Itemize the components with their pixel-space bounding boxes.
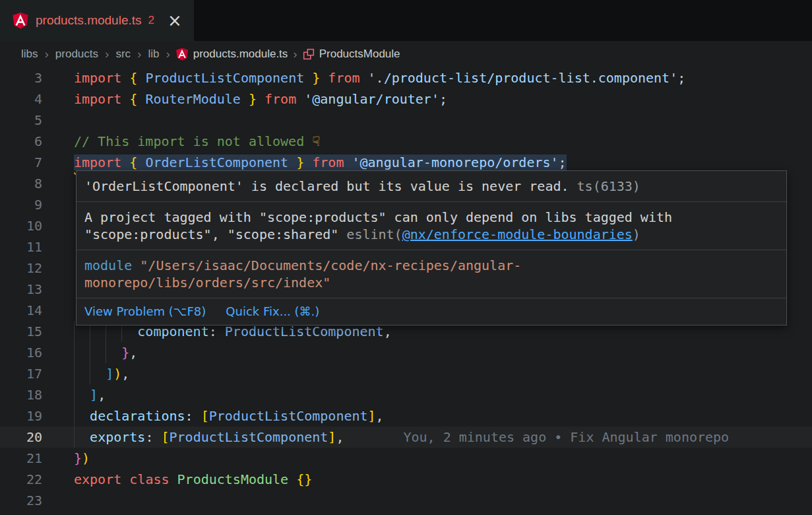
- code-line-16[interactable]: 16 },: [0, 342, 812, 363]
- close-icon[interactable]: ×: [168, 12, 182, 29]
- quick-fix-action[interactable]: Quick Fix... (⌘.): [226, 303, 319, 320]
- line-number[interactable]: 21: [0, 448, 42, 469]
- code-line-5[interactable]: 5: [0, 110, 812, 131]
- code-token: ☟: [312, 133, 320, 149]
- code-text: }): [42, 448, 812, 469]
- code-line-19[interactable]: 19 declarations: [ProductListComponent],: [0, 405, 812, 427]
- indent-guide: [74, 405, 75, 427]
- line-number[interactable]: 4: [0, 88, 42, 110]
- code-token: ]: [90, 387, 98, 403]
- tab-error-count: 2: [148, 14, 154, 27]
- line-number[interactable]: 23: [0, 490, 42, 511]
- code-text: },: [42, 342, 812, 363]
- code-token: [: [161, 429, 169, 445]
- code-token: import: [74, 91, 121, 107]
- code-token: [: [201, 408, 209, 424]
- code-line-20[interactable]: 20 exports: [ProductListComponent],You, …: [0, 427, 812, 448]
- breadcrumb-file-label: products.module.ts: [193, 48, 288, 61]
- line-number[interactable]: 10: [0, 215, 42, 236]
- inline-blame-annotation: You, 2 minutes ago • Fix Angular monorep…: [403, 429, 729, 445]
- breadcrumb-item[interactable]: lib: [146, 48, 160, 61]
- code-token: }: [74, 450, 82, 466]
- code-token: ]: [328, 429, 336, 445]
- code-token: [296, 91, 304, 107]
- line-number[interactable]: 6: [0, 131, 42, 152]
- line-number[interactable]: 16: [0, 342, 42, 363]
- line-number[interactable]: 19: [0, 405, 42, 427]
- breadcrumb-item[interactable]: src: [114, 48, 132, 61]
- chevron-right-icon: ›: [40, 47, 54, 61]
- code-token: ProductsModule: [177, 471, 289, 487]
- module-path: "/Users/isaac/Documents/code/nx-recipes/…: [84, 258, 521, 291]
- code-token: [360, 70, 368, 86]
- line-number[interactable]: 22: [0, 469, 42, 490]
- code-token: ;: [677, 70, 685, 86]
- hover-tooltip: 'OrderListComponent' is declared but its…: [76, 170, 787, 326]
- code-line-23[interactable]: 23: [0, 490, 812, 511]
- breadcrumb-item[interactable]: products: [54, 48, 100, 61]
- code-line-22[interactable]: 22export class ProductsModule {}: [0, 469, 812, 490]
- code-token: ,: [376, 408, 384, 424]
- eslint-rule-link[interactable]: @nx/enforce-module-boundaries: [402, 226, 633, 242]
- class-symbol-icon: [303, 48, 315, 60]
- code-token: import: [74, 154, 121, 170]
- line-number[interactable]: 14: [0, 300, 42, 321]
- code-token: {: [129, 154, 137, 170]
- code-line-6[interactable]: 6// This import is not allowed ☟: [0, 131, 812, 152]
- code-token: export: [74, 471, 121, 487]
- breadcrumb-symbol[interactable]: ProductsModule: [303, 48, 400, 61]
- code-token: from: [328, 70, 359, 86]
- vscode-editor-window: products.module.ts 2 × libs›products›src…: [0, 0, 812, 515]
- code-token: {}: [296, 471, 312, 487]
- code-line-21[interactable]: 21}): [0, 448, 812, 469]
- code-line-17[interactable]: 17 ]),: [0, 363, 812, 384]
- line-number[interactable]: 12: [0, 258, 42, 279]
- line-number[interactable]: 13: [0, 279, 42, 300]
- line-number[interactable]: 20: [0, 427, 42, 448]
- line-number[interactable]: 18: [0, 384, 42, 405]
- line-number[interactable]: 5: [0, 110, 42, 131]
- code-token: [121, 91, 129, 107]
- tab-title: products.module.ts: [36, 13, 142, 28]
- code-token: [320, 70, 328, 86]
- code-token: ): [82, 450, 90, 466]
- code-text: import { ProductListComponent } from './…: [42, 67, 812, 88]
- chevron-right-icon: ›: [100, 47, 114, 61]
- code-token: [170, 471, 177, 487]
- code-token: import: [74, 70, 121, 86]
- ts-diagnostic-source: ts(6133): [577, 178, 640, 194]
- view-problem-action[interactable]: View Problem (⌥F8): [84, 303, 206, 320]
- eslint-source-prefix: eslint(: [346, 226, 402, 242]
- line-number[interactable]: 7: [0, 152, 42, 173]
- line-number[interactable]: 3: [0, 67, 42, 88]
- indent-guide: [74, 363, 75, 384]
- code-token: ,: [121, 366, 129, 382]
- code-line-3[interactable]: 3import { ProductListComponent } from '.…: [0, 67, 812, 88]
- code-token: from: [265, 91, 296, 107]
- line-number[interactable]: 8: [0, 173, 42, 194]
- code-token: {: [129, 91, 137, 107]
- code-token: [241, 91, 249, 107]
- code-line-4[interactable]: 4import { RouterModule } from '@angular/…: [0, 88, 812, 110]
- tab-products-module[interactable]: products.module.ts 2 ×: [0, 0, 194, 41]
- code-text: // This import is not allowed ☟: [42, 131, 812, 152]
- code-token: [137, 91, 145, 107]
- chevron-right-icon: ›: [132, 47, 146, 61]
- code-token: class: [129, 471, 169, 487]
- code-line-18[interactable]: 18 ],: [0, 384, 812, 405]
- code-token: // This import is not allowed: [74, 133, 312, 149]
- code-token: [74, 408, 90, 424]
- line-number[interactable]: 15: [0, 321, 42, 342]
- chevron-right-icon: ›: [160, 47, 175, 61]
- code-token: ProductListComponent: [209, 408, 368, 424]
- line-number[interactable]: 17: [0, 363, 42, 384]
- code-token: ProductListComponent: [170, 429, 328, 445]
- line-number[interactable]: 9: [0, 194, 42, 215]
- code-token: {: [129, 70, 137, 86]
- code-token: from: [312, 154, 344, 170]
- code-text: ],: [42, 384, 812, 405]
- hover-module-info: module "/Users/isaac/Documents/code/nx-r…: [77, 250, 786, 298]
- breadcrumb-file[interactable]: products.module.ts: [175, 48, 288, 61]
- line-number[interactable]: 11: [0, 236, 42, 258]
- breadcrumb-item[interactable]: libs: [20, 48, 40, 61]
